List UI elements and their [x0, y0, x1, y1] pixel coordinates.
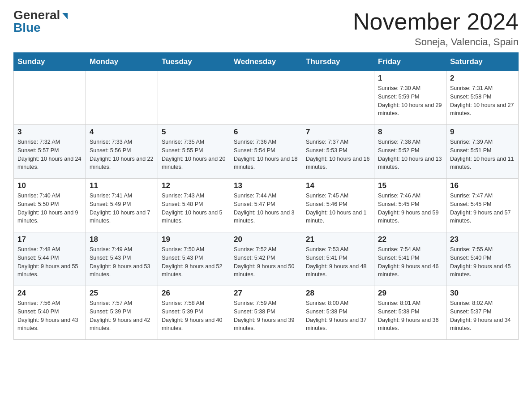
calendar-cell: 9Sunrise: 7:39 AMSunset: 5:51 PMDaylight… [446, 125, 519, 179]
calendar-cell: 1Sunrise: 7:30 AMSunset: 5:59 PMDaylight… [374, 71, 446, 125]
location-text: Soneja, Valencia, Spain [353, 36, 519, 48]
weekday-header-tuesday: Tuesday [158, 53, 230, 71]
logo-general-text: General [13, 9, 60, 21]
calendar-week-row: 3Sunrise: 7:32 AMSunset: 5:57 PMDaylight… [14, 125, 519, 179]
day-number: 7 [306, 128, 370, 137]
month-title: November 2024 [353, 9, 519, 34]
day-number: 2 [450, 74, 515, 83]
calendar-cell: 22Sunrise: 7:54 AMSunset: 5:41 PMDayligh… [374, 232, 446, 286]
calendar-cell: 20Sunrise: 7:52 AMSunset: 5:42 PMDayligh… [230, 232, 302, 286]
calendar-cell: 24Sunrise: 7:56 AMSunset: 5:40 PMDayligh… [14, 286, 86, 340]
day-number: 23 [450, 235, 515, 244]
calendar-cell: 6Sunrise: 7:36 AMSunset: 5:54 PMDaylight… [230, 125, 302, 179]
day-number: 22 [378, 235, 442, 244]
day-detail: Sunrise: 7:46 AMSunset: 5:45 PMDaylight:… [378, 192, 442, 225]
calendar-header-row: SundayMondayTuesdayWednesdayThursdayFrid… [14, 53, 519, 71]
day-detail: Sunrise: 7:47 AMSunset: 5:45 PMDaylight:… [450, 192, 515, 225]
day-detail: Sunrise: 7:41 AMSunset: 5:49 PMDaylight:… [90, 192, 154, 225]
calendar-cell: 5Sunrise: 7:35 AMSunset: 5:55 PMDaylight… [158, 125, 230, 179]
day-number: 12 [162, 181, 226, 190]
day-detail: Sunrise: 7:40 AMSunset: 5:50 PMDaylight:… [17, 192, 82, 225]
day-detail: Sunrise: 7:38 AMSunset: 5:52 PMDaylight:… [378, 138, 442, 171]
day-detail: Sunrise: 7:54 AMSunset: 5:41 PMDaylight:… [378, 245, 442, 279]
calendar-week-row: 1Sunrise: 7:30 AMSunset: 5:59 PMDaylight… [14, 71, 519, 125]
day-detail: Sunrise: 7:57 AMSunset: 5:39 PMDaylight:… [90, 299, 154, 333]
day-number: 5 [162, 128, 226, 137]
weekday-header-monday: Monday [86, 53, 158, 71]
calendar-week-row: 10Sunrise: 7:40 AMSunset: 5:50 PMDayligh… [14, 179, 519, 232]
day-number: 21 [306, 235, 370, 244]
calendar-cell: 13Sunrise: 7:44 AMSunset: 5:47 PMDayligh… [230, 179, 302, 232]
calendar-cell [14, 71, 86, 125]
calendar-cell: 3Sunrise: 7:32 AMSunset: 5:57 PMDaylight… [14, 125, 86, 179]
logo-blue-text: Blue [13, 21, 41, 34]
day-detail: Sunrise: 7:35 AMSunset: 5:55 PMDaylight:… [162, 138, 226, 171]
day-detail: Sunrise: 7:43 AMSunset: 5:48 PMDaylight:… [162, 192, 226, 225]
calendar-cell: 19Sunrise: 7:50 AMSunset: 5:43 PMDayligh… [158, 232, 230, 286]
day-number: 28 [306, 289, 370, 298]
calendar-cell: 4Sunrise: 7:33 AMSunset: 5:56 PMDaylight… [86, 125, 158, 179]
day-number: 26 [162, 289, 226, 298]
day-number: 27 [234, 289, 298, 298]
day-detail: Sunrise: 8:02 AMSunset: 5:37 PMDaylight:… [450, 299, 515, 333]
calendar-cell: 26Sunrise: 7:58 AMSunset: 5:39 PMDayligh… [158, 286, 230, 340]
day-detail: Sunrise: 7:56 AMSunset: 5:40 PMDaylight:… [17, 299, 82, 333]
day-detail: Sunrise: 8:00 AMSunset: 5:38 PMDaylight:… [306, 299, 370, 333]
day-detail: Sunrise: 7:55 AMSunset: 5:40 PMDaylight:… [450, 245, 515, 279]
day-number: 16 [450, 181, 515, 190]
day-number: 19 [162, 235, 226, 244]
weekday-header-saturday: Saturday [446, 53, 519, 71]
day-number: 14 [306, 181, 370, 190]
calendar-cell: 11Sunrise: 7:41 AMSunset: 5:49 PMDayligh… [86, 179, 158, 232]
day-number: 20 [234, 235, 298, 244]
logo: General Blue [13, 9, 68, 34]
calendar-cell: 23Sunrise: 7:55 AMSunset: 5:40 PMDayligh… [446, 232, 519, 286]
weekday-header-sunday: Sunday [14, 53, 86, 71]
day-number: 10 [17, 181, 82, 190]
day-number: 8 [378, 128, 442, 137]
logo-triangle-icon [62, 13, 68, 19]
calendar-cell: 12Sunrise: 7:43 AMSunset: 5:48 PMDayligh… [158, 179, 230, 232]
day-number: 13 [234, 181, 298, 190]
day-detail: Sunrise: 7:52 AMSunset: 5:42 PMDaylight:… [234, 245, 298, 279]
calendar-cell: 25Sunrise: 7:57 AMSunset: 5:39 PMDayligh… [86, 286, 158, 340]
calendar-cell [158, 71, 230, 125]
day-number: 25 [90, 289, 154, 298]
page-header: General Blue November 2024 Soneja, Valen… [13, 9, 519, 48]
calendar-cell: 16Sunrise: 7:47 AMSunset: 5:45 PMDayligh… [446, 179, 519, 232]
calendar-cell: 17Sunrise: 7:48 AMSunset: 5:44 PMDayligh… [14, 232, 86, 286]
calendar-cell: 29Sunrise: 8:01 AMSunset: 5:38 PMDayligh… [374, 286, 446, 340]
day-detail: Sunrise: 7:48 AMSunset: 5:44 PMDaylight:… [17, 245, 82, 279]
day-number: 3 [17, 128, 82, 137]
day-detail: Sunrise: 7:33 AMSunset: 5:56 PMDaylight:… [90, 138, 154, 171]
day-number: 6 [234, 128, 298, 137]
day-detail: Sunrise: 7:37 AMSunset: 5:53 PMDaylight:… [306, 138, 370, 171]
calendar-cell: 8Sunrise: 7:38 AMSunset: 5:52 PMDaylight… [374, 125, 446, 179]
day-detail: Sunrise: 7:39 AMSunset: 5:51 PMDaylight:… [450, 138, 515, 171]
day-detail: Sunrise: 7:31 AMSunset: 5:58 PMDaylight:… [450, 84, 515, 118]
day-number: 15 [378, 181, 442, 190]
day-number: 1 [378, 74, 442, 83]
calendar-week-row: 17Sunrise: 7:48 AMSunset: 5:44 PMDayligh… [14, 232, 519, 286]
calendar-cell: 30Sunrise: 8:02 AMSunset: 5:37 PMDayligh… [446, 286, 519, 340]
weekday-header-friday: Friday [374, 53, 446, 71]
day-number: 18 [90, 235, 154, 244]
calendar-cell: 27Sunrise: 7:59 AMSunset: 5:38 PMDayligh… [230, 286, 302, 340]
day-number: 29 [378, 289, 442, 298]
day-number: 4 [90, 128, 154, 137]
day-detail: Sunrise: 7:45 AMSunset: 5:46 PMDaylight:… [306, 192, 370, 225]
calendar-cell: 2Sunrise: 7:31 AMSunset: 5:58 PMDaylight… [446, 71, 519, 125]
day-detail: Sunrise: 7:53 AMSunset: 5:41 PMDaylight:… [306, 245, 370, 279]
day-detail: Sunrise: 7:32 AMSunset: 5:57 PMDaylight:… [17, 138, 82, 171]
calendar-cell: 21Sunrise: 7:53 AMSunset: 5:41 PMDayligh… [302, 232, 374, 286]
calendar-cell: 18Sunrise: 7:49 AMSunset: 5:43 PMDayligh… [86, 232, 158, 286]
day-detail: Sunrise: 8:01 AMSunset: 5:38 PMDaylight:… [378, 299, 442, 333]
day-number: 11 [90, 181, 154, 190]
day-detail: Sunrise: 7:36 AMSunset: 5:54 PMDaylight:… [234, 138, 298, 171]
day-number: 17 [17, 235, 82, 244]
calendar-cell: 28Sunrise: 8:00 AMSunset: 5:38 PMDayligh… [302, 286, 374, 340]
day-number: 9 [450, 128, 515, 137]
calendar-cell: 10Sunrise: 7:40 AMSunset: 5:50 PMDayligh… [14, 179, 86, 232]
weekday-header-wednesday: Wednesday [230, 53, 302, 71]
day-detail: Sunrise: 7:59 AMSunset: 5:38 PMDaylight:… [234, 299, 298, 333]
